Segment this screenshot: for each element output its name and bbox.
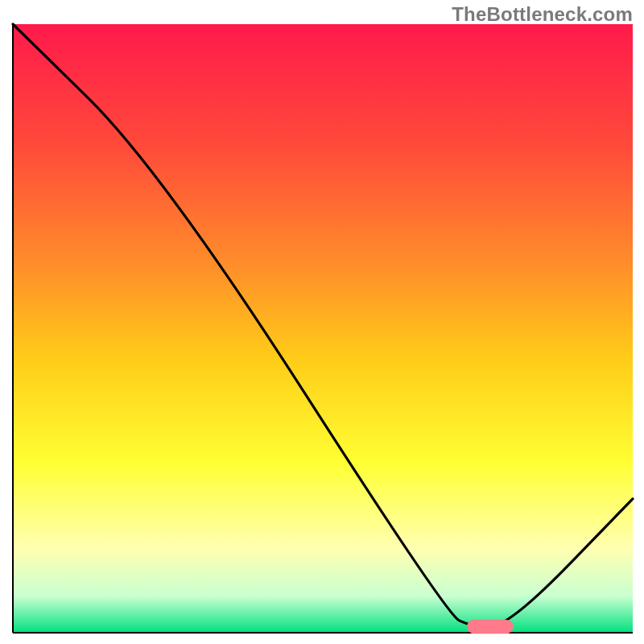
watermark-label: TheBottleneck.com: [452, 3, 633, 26]
optimal-marker: [467, 620, 514, 634]
bottleneck-chart: [0, 0, 644, 644]
chart-container: TheBottleneck.com: [0, 0, 644, 644]
